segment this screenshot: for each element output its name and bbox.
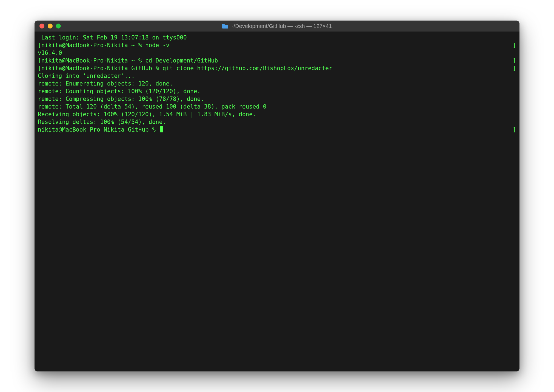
- terminal-line: remote: Total 120 (delta 54), reused 100…: [38, 103, 516, 110]
- terminal-bracket: ]: [513, 57, 516, 64]
- terminal-output: Resolving deltas: 100% (54/54), done.: [38, 118, 516, 126]
- terminal-output: Cloning into 'unredacter'...: [38, 72, 516, 80]
- close-button[interactable]: [39, 24, 44, 29]
- terminal-output: remote: Compressing objects: 100% (78/78…: [38, 95, 516, 103]
- terminal-bracket: ]: [513, 64, 516, 72]
- folder-icon: [222, 24, 228, 29]
- terminal-line: remote: Counting objects: 100% (120/120)…: [38, 87, 516, 95]
- terminal-text: Last login: Sat Feb 19 13:07:18 on ttys0…: [38, 34, 516, 41]
- traffic-lights: [35, 24, 61, 29]
- terminal-line: Last login: Sat Feb 19 13:07:18 on ttys0…: [38, 34, 516, 41]
- terminal-line: Resolving deltas: 100% (54/54), done.: [38, 118, 516, 126]
- terminal-line: nikita@MacBook-Pro-Nikita GitHub % ]: [38, 126, 516, 133]
- title-bar: ~/Development/GitHub — -zsh — 127×41: [35, 21, 519, 32]
- terminal-body[interactable]: Last login: Sat Feb 19 13:07:18 on ttys0…: [35, 32, 519, 371]
- terminal-output: v16.4.0: [38, 49, 516, 57]
- terminal-output: Receiving objects: 100% (120/120), 1.54 …: [38, 110, 516, 118]
- cursor: [160, 126, 163, 132]
- maximize-button[interactable]: [56, 24, 61, 29]
- window-title: ~/Development/GitHub — -zsh — 127×41: [222, 23, 332, 29]
- terminal-prompt: nikita@MacBook-Pro-Nikita GitHub %: [38, 126, 159, 133]
- terminal-prompt: [nikita@MacBook-Pro-Nikita ~ % cd Develo…: [38, 57, 513, 64]
- terminal-line: [nikita@MacBook-Pro-Nikita GitHub % git …: [38, 64, 516, 72]
- terminal-bracket: ]: [513, 126, 516, 133]
- terminal-line: Receiving objects: 100% (120/120), 1.54 …: [38, 110, 516, 118]
- terminal-prompt: [nikita@MacBook-Pro-Nikita GitHub % git …: [38, 64, 513, 72]
- terminal-line: remote: Enumerating objects: 120, done.: [38, 80, 516, 87]
- title-text: ~/Development/GitHub — -zsh — 127×41: [230, 23, 332, 29]
- terminal-line: Cloning into 'unredacter'...: [38, 72, 516, 80]
- terminal-output: remote: Total 120 (delta 54), reused 100…: [38, 103, 516, 110]
- terminal-bracket: ]: [513, 41, 516, 49]
- terminal-output: remote: Counting objects: 100% (120/120)…: [38, 87, 516, 95]
- terminal-output: remote: Enumerating objects: 120, done.: [38, 80, 516, 87]
- terminal-line: [nikita@MacBook-Pro-Nikita ~ % cd Develo…: [38, 57, 516, 64]
- terminal-window: ~/Development/GitHub — -zsh — 127×41 Las…: [35, 21, 519, 371]
- terminal-line: v16.4.0: [38, 49, 516, 57]
- terminal-prompt: [nikita@MacBook-Pro-Nikita ~ % node -v: [38, 41, 513, 49]
- terminal-line: remote: Compressing objects: 100% (78/78…: [38, 95, 516, 103]
- minimize-button[interactable]: [48, 24, 53, 29]
- terminal-line: [nikita@MacBook-Pro-Nikita ~ % node -v]: [38, 41, 516, 49]
